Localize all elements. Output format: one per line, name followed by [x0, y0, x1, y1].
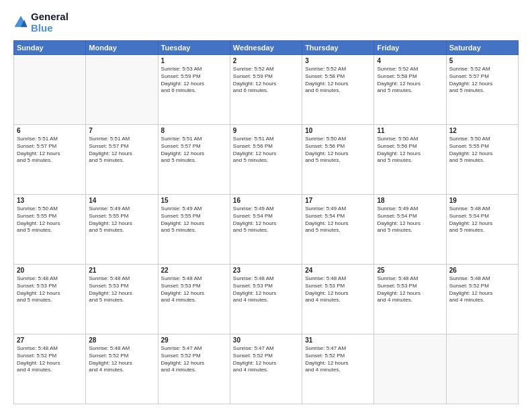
day-info: Sunrise: 5:47 AM Sunset: 5:52 PM Dayligh…	[305, 345, 371, 374]
day-number: 10	[305, 127, 371, 134]
calendar-cell: 31Sunrise: 5:47 AM Sunset: 5:52 PM Dayli…	[302, 334, 374, 404]
calendar-cell: 29Sunrise: 5:47 AM Sunset: 5:52 PM Dayli…	[158, 334, 230, 404]
day-number: 13	[17, 197, 83, 204]
day-number: 14	[89, 197, 154, 204]
calendar-cell: 11Sunrise: 5:50 AM Sunset: 5:56 PM Dayli…	[374, 125, 446, 195]
weekday-header-row: SundayMondayTuesdayWednesdayThursdayFrid…	[14, 41, 519, 55]
day-number: 28	[89, 336, 154, 344]
calendar-week-1: 1Sunrise: 5:53 AM Sunset: 5:59 PM Daylig…	[14, 55, 519, 125]
weekday-header-monday: Monday	[86, 41, 158, 55]
page: General Blue SundayMondayTuesdayWednesda…	[0, 0, 532, 411]
calendar-cell: 12Sunrise: 5:50 AM Sunset: 5:55 PM Dayli…	[446, 125, 518, 195]
logo-text: General Blue	[31, 11, 69, 34]
day-info: Sunrise: 5:51 AM Sunset: 5:57 PM Dayligh…	[161, 136, 227, 165]
day-number: 5	[449, 57, 515, 64]
day-info: Sunrise: 5:52 AM Sunset: 5:58 PM Dayligh…	[377, 66, 443, 95]
calendar-cell: 25Sunrise: 5:48 AM Sunset: 5:53 PM Dayli…	[374, 265, 446, 334]
calendar-table: SundayMondayTuesdayWednesdayThursdayFrid…	[13, 40, 519, 404]
day-info: Sunrise: 5:49 AM Sunset: 5:54 PM Dayligh…	[377, 205, 443, 234]
day-number: 25	[377, 267, 443, 274]
calendar-cell: 28Sunrise: 5:48 AM Sunset: 5:52 PM Dayli…	[86, 334, 158, 404]
day-number: 26	[449, 267, 515, 274]
calendar-cell: 7Sunrise: 5:51 AM Sunset: 5:57 PM Daylig…	[86, 125, 158, 195]
day-number: 2	[233, 57, 299, 64]
day-number: 4	[377, 57, 443, 64]
calendar-cell: 21Sunrise: 5:48 AM Sunset: 5:53 PM Dayli…	[86, 265, 158, 334]
calendar-week-3: 13Sunrise: 5:50 AM Sunset: 5:55 PM Dayli…	[14, 195, 519, 265]
calendar-cell: 23Sunrise: 5:48 AM Sunset: 5:53 PM Dayli…	[230, 265, 302, 334]
day-info: Sunrise: 5:49 AM Sunset: 5:55 PM Dayligh…	[89, 205, 154, 234]
weekday-header-thursday: Thursday	[302, 41, 374, 55]
calendar-cell	[14, 55, 86, 125]
day-info: Sunrise: 5:51 AM Sunset: 5:56 PM Dayligh…	[233, 136, 299, 165]
calendar-cell	[374, 334, 446, 404]
logo-icon	[13, 15, 28, 30]
day-info: Sunrise: 5:48 AM Sunset: 5:53 PM Dayligh…	[161, 275, 227, 304]
day-number: 19	[449, 197, 515, 204]
day-number: 31	[305, 336, 371, 344]
calendar-cell: 2Sunrise: 5:52 AM Sunset: 5:59 PM Daylig…	[230, 55, 302, 125]
calendar-cell	[86, 55, 158, 125]
calendar-cell: 10Sunrise: 5:50 AM Sunset: 5:56 PM Dayli…	[302, 125, 374, 195]
header: General Blue	[13, 11, 519, 34]
day-number: 6	[17, 127, 83, 134]
day-number: 24	[305, 267, 371, 274]
day-number: 16	[233, 197, 299, 204]
weekday-header-tuesday: Tuesday	[158, 41, 230, 55]
day-info: Sunrise: 5:49 AM Sunset: 5:54 PM Dayligh…	[305, 205, 371, 234]
day-number: 21	[89, 267, 154, 274]
calendar-cell: 6Sunrise: 5:51 AM Sunset: 5:57 PM Daylig…	[14, 125, 86, 195]
day-number: 11	[377, 127, 443, 134]
calendar-week-4: 20Sunrise: 5:48 AM Sunset: 5:53 PM Dayli…	[14, 265, 519, 334]
day-info: Sunrise: 5:48 AM Sunset: 5:53 PM Dayligh…	[377, 275, 443, 304]
calendar-cell: 4Sunrise: 5:52 AM Sunset: 5:58 PM Daylig…	[374, 55, 446, 125]
day-number: 29	[161, 336, 227, 344]
calendar-week-5: 27Sunrise: 5:48 AM Sunset: 5:52 PM Dayli…	[14, 334, 519, 404]
calendar-cell: 8Sunrise: 5:51 AM Sunset: 5:57 PM Daylig…	[158, 125, 230, 195]
weekday-header-saturday: Saturday	[446, 41, 518, 55]
day-info: Sunrise: 5:48 AM Sunset: 5:53 PM Dayligh…	[305, 275, 371, 304]
calendar-cell: 1Sunrise: 5:53 AM Sunset: 5:59 PM Daylig…	[158, 55, 230, 125]
calendar-cell: 15Sunrise: 5:49 AM Sunset: 5:55 PM Dayli…	[158, 195, 230, 265]
calendar-cell: 18Sunrise: 5:49 AM Sunset: 5:54 PM Dayli…	[374, 195, 446, 265]
logo: General Blue	[13, 11, 69, 34]
day-number: 17	[305, 197, 371, 204]
calendar-cell: 26Sunrise: 5:48 AM Sunset: 5:52 PM Dayli…	[446, 265, 518, 334]
day-number: 18	[377, 197, 443, 204]
day-info: Sunrise: 5:49 AM Sunset: 5:54 PM Dayligh…	[233, 205, 299, 234]
day-number: 30	[233, 336, 299, 344]
day-info: Sunrise: 5:51 AM Sunset: 5:57 PM Dayligh…	[89, 136, 154, 165]
day-info: Sunrise: 5:48 AM Sunset: 5:54 PM Dayligh…	[449, 205, 515, 234]
day-info: Sunrise: 5:50 AM Sunset: 5:55 PM Dayligh…	[17, 205, 83, 234]
day-info: Sunrise: 5:47 AM Sunset: 5:52 PM Dayligh…	[161, 345, 227, 374]
calendar-cell: 9Sunrise: 5:51 AM Sunset: 5:56 PM Daylig…	[230, 125, 302, 195]
calendar-cell: 5Sunrise: 5:52 AM Sunset: 5:57 PM Daylig…	[446, 55, 518, 125]
day-info: Sunrise: 5:51 AM Sunset: 5:57 PM Dayligh…	[17, 136, 83, 165]
calendar-cell: 3Sunrise: 5:52 AM Sunset: 5:58 PM Daylig…	[302, 55, 374, 125]
day-number: 9	[233, 127, 299, 134]
day-info: Sunrise: 5:50 AM Sunset: 5:56 PM Dayligh…	[377, 136, 443, 165]
day-info: Sunrise: 5:49 AM Sunset: 5:55 PM Dayligh…	[161, 205, 227, 234]
day-info: Sunrise: 5:48 AM Sunset: 5:52 PM Dayligh…	[17, 345, 83, 374]
weekday-header-sunday: Sunday	[14, 41, 86, 55]
day-number: 15	[161, 197, 227, 204]
day-info: Sunrise: 5:52 AM Sunset: 5:57 PM Dayligh…	[449, 66, 515, 95]
day-info: Sunrise: 5:48 AM Sunset: 5:53 PM Dayligh…	[17, 275, 83, 304]
calendar-cell: 22Sunrise: 5:48 AM Sunset: 5:53 PM Dayli…	[158, 265, 230, 334]
day-number: 12	[449, 127, 515, 134]
day-info: Sunrise: 5:53 AM Sunset: 5:59 PM Dayligh…	[161, 66, 227, 95]
calendar-week-2: 6Sunrise: 5:51 AM Sunset: 5:57 PM Daylig…	[14, 125, 519, 195]
day-info: Sunrise: 5:52 AM Sunset: 5:59 PM Dayligh…	[233, 66, 299, 95]
calendar-cell: 27Sunrise: 5:48 AM Sunset: 5:52 PM Dayli…	[14, 334, 86, 404]
day-number: 27	[17, 336, 83, 344]
weekday-header-friday: Friday	[374, 41, 446, 55]
calendar-cell: 16Sunrise: 5:49 AM Sunset: 5:54 PM Dayli…	[230, 195, 302, 265]
day-number: 23	[233, 267, 299, 274]
calendar-cell: 14Sunrise: 5:49 AM Sunset: 5:55 PM Dayli…	[86, 195, 158, 265]
day-info: Sunrise: 5:48 AM Sunset: 5:53 PM Dayligh…	[233, 275, 299, 304]
day-info: Sunrise: 5:50 AM Sunset: 5:55 PM Dayligh…	[449, 136, 515, 165]
day-info: Sunrise: 5:52 AM Sunset: 5:58 PM Dayligh…	[305, 66, 371, 95]
weekday-header-wednesday: Wednesday	[230, 41, 302, 55]
day-info: Sunrise: 5:48 AM Sunset: 5:52 PM Dayligh…	[89, 345, 154, 374]
day-number: 1	[161, 57, 227, 64]
